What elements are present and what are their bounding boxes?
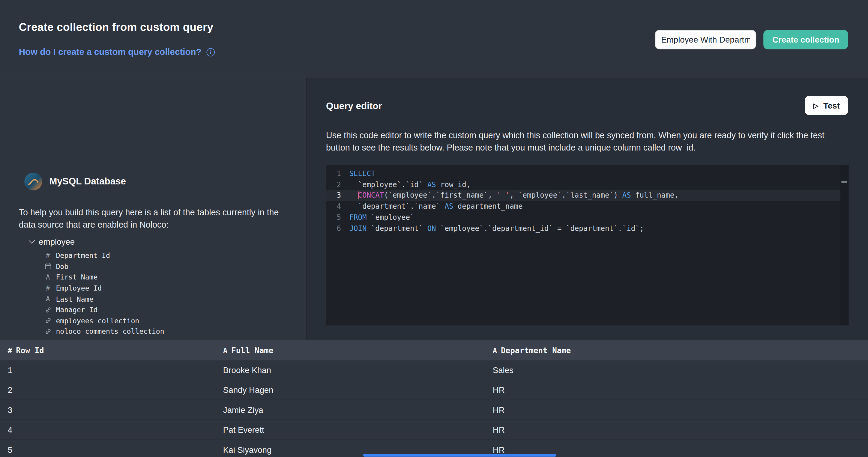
column-header-label: Department Name	[501, 346, 571, 355]
table-cell: HR	[485, 445, 868, 454]
calendar-icon	[44, 263, 52, 269]
database-header: MySQL Database	[24, 173, 126, 190]
text-field-icon: A	[44, 295, 52, 303]
table-cell: 4	[0, 425, 215, 434]
overview-ruler-mark	[841, 181, 847, 183]
text-field-icon: A	[493, 346, 497, 354]
query-editor-title: Query editor	[326, 101, 382, 112]
column-header: #Row Id	[0, 346, 215, 355]
table-cell: Kai Siyavong	[215, 445, 485, 454]
header-controls: Create collection	[655, 30, 848, 50]
field-list: #Department IdDobAFirst Name#Employee Id…	[44, 250, 164, 337]
table-cell: HR	[485, 385, 868, 395]
header: Create collection from custom query How …	[0, 0, 868, 77]
info-icon[interactable]: i	[206, 48, 215, 56]
column-header: AFull Name	[215, 346, 485, 355]
table-cell: Pat Everett	[215, 425, 485, 434]
play-icon: ▷	[813, 102, 818, 109]
table-row: 4Pat EverettHR	[0, 420, 868, 440]
tree-field: #Employee Id	[44, 283, 164, 294]
query-editor-description: Use this code editor to write the custom…	[326, 130, 842, 153]
tree-field: AFirst Name	[44, 272, 164, 283]
hash-icon: #	[8, 346, 12, 354]
table-body: 1Brooke KhanSales2Sandy HagenHR3Jamie Zi…	[0, 360, 868, 457]
code-editor[interactable]: 1SELECT2 `employee`.`id` AS row_id,3 CON…	[326, 165, 848, 325]
help-link[interactable]: How do I create a custom query collectio…	[19, 47, 202, 57]
horizontal-scrollbar-thumb[interactable]	[363, 454, 556, 456]
hash-icon: #	[44, 284, 52, 292]
table-cell: HR	[485, 425, 868, 434]
table-cell: Sandy Hagen	[215, 385, 485, 395]
code-line: 2 `employee`.`id` AS row_id,	[326, 179, 848, 190]
collection-name-input[interactable]	[655, 30, 756, 50]
line-content: `employee`.`id` AS row_id,	[349, 179, 471, 190]
test-button-label: Test	[823, 101, 840, 110]
table-cell: 2	[0, 385, 215, 395]
line-content: FROM `employee`	[349, 212, 414, 223]
tree-table-employee[interactable]: employee	[29, 235, 164, 248]
table-row: 1Brooke KhanSales	[0, 360, 868, 380]
line-content: CONCAT(`employee`.`first_name`, ' ', `em…	[349, 190, 679, 201]
tree-field: ALast Name	[44, 294, 164, 304]
line-number: 5	[326, 212, 349, 223]
table-cell: 5	[0, 445, 215, 454]
table-row: 2Sandy HagenHR	[0, 380, 868, 400]
line-number: 2	[326, 179, 349, 190]
field-label: Last Name	[56, 295, 93, 303]
code-lines: 1SELECT2 `employee`.`id` AS row_id,3 CON…	[326, 168, 848, 234]
page-title: Create collection from custom query	[19, 21, 214, 34]
line-number: 1	[326, 168, 349, 179]
field-label: noloco comments collection	[56, 327, 164, 336]
column-header-label: Row Id	[16, 346, 44, 355]
line-content: SELECT	[349, 168, 375, 179]
page: Create collection from custom query How …	[0, 0, 868, 457]
results-table: #Row IdAFull NameADepartment Name 1Brook…	[0, 340, 868, 457]
tree-field: Dob	[44, 261, 164, 272]
field-label: employees collection	[56, 316, 139, 325]
code-line: 3 CONCAT(`employee`.`first_name`, ' ', `…	[326, 190, 848, 201]
link-icon	[44, 328, 52, 335]
text-field-icon: A	[44, 273, 52, 281]
tree-field: employees collection	[44, 315, 164, 326]
database-title: MySQL Database	[49, 176, 126, 187]
create-collection-button[interactable]: Create collection	[763, 30, 848, 50]
column-header: ADepartment Name	[485, 346, 868, 355]
database-description: To help you build this query here is a l…	[19, 206, 286, 230]
tree-field: noloco comments collection	[44, 326, 164, 337]
column-header-label: Full Name	[231, 346, 273, 355]
test-button[interactable]: ▷ Test	[805, 96, 848, 115]
table-name: employee	[39, 237, 75, 246]
line-number: 3	[326, 190, 349, 201]
code-line: 5FROM `employee`	[326, 212, 848, 223]
table-cell: 3	[0, 405, 215, 415]
table-cell: Brooke Khan	[215, 365, 485, 374]
tables-tree: employee#Department IdDobAFirst Name#Emp…	[19, 235, 164, 357]
table-cell: Sales	[485, 365, 868, 374]
table-row: 3Jamie ZiyaHR	[0, 400, 868, 420]
line-number: 4	[326, 201, 349, 212]
query-editor-panel: Query editor ▷ Test Use this code editor…	[307, 77, 868, 340]
link-icon	[44, 306, 52, 313]
table-header-row: #Row IdAFull NameADepartment Name	[0, 340, 868, 360]
hash-icon: #	[44, 252, 52, 259]
table-cell: HR	[485, 405, 868, 415]
line-content: JOIN `department` ON `employee`.`departm…	[349, 223, 644, 234]
database-panel: MySQL Database To help you build this qu…	[0, 77, 307, 340]
code-line: 1SELECT	[326, 168, 848, 179]
field-label: Department Id	[56, 251, 110, 260]
text-field-icon: A	[223, 346, 227, 354]
mysql-logo-icon	[24, 173, 42, 190]
table-cell: Jamie Ziya	[215, 405, 485, 415]
chevron-down-icon	[29, 237, 35, 244]
field-label: First Name	[56, 273, 97, 282]
link-icon	[44, 317, 52, 324]
table-cell: 1	[0, 365, 215, 374]
editor-scrollbar[interactable]	[840, 165, 849, 325]
field-label: Employee Id	[56, 284, 102, 292]
line-number: 6	[326, 223, 349, 234]
tree-field: Manager Id	[44, 304, 164, 315]
help-row: How do I create a custom query collectio…	[19, 47, 215, 57]
code-line: 4 `department`.`name` AS department_name	[326, 201, 848, 212]
field-label: Manager Id	[56, 305, 97, 314]
field-label: Dob	[56, 262, 68, 271]
